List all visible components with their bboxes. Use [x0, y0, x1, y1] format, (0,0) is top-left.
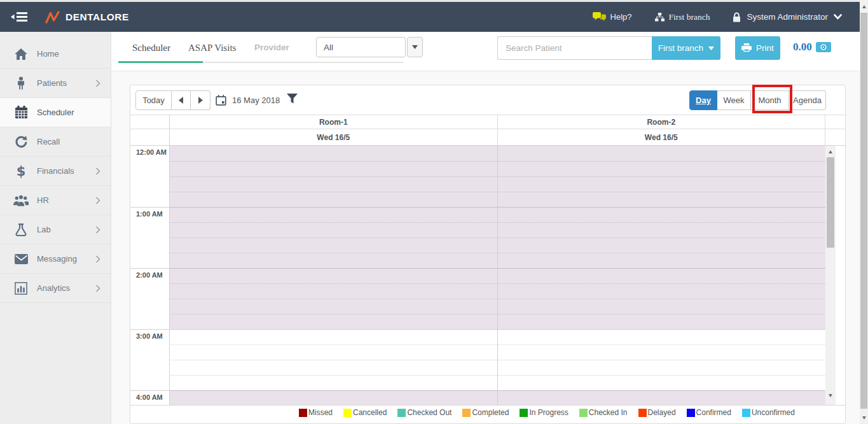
tab-asap-visits[interactable]: ASAP Visits: [188, 43, 236, 53]
page-scroll-up-button[interactable]: [860, 1, 868, 11]
status-color-swatch: [638, 409, 647, 417]
sidebar-item-financials[interactable]: $ Financials: [0, 157, 111, 186]
scroll-up-button[interactable]: [825, 147, 836, 156]
filter-button[interactable]: [287, 94, 298, 106]
branch-select-button[interactable]: First branch: [652, 36, 720, 60]
time-slot[interactable]: [498, 299, 825, 314]
financials-icon: $: [13, 164, 29, 178]
view-month-button[interactable]: Month: [751, 90, 789, 110]
time-slot[interactable]: [170, 329, 497, 344]
time-slot[interactable]: [170, 268, 497, 283]
today-button[interactable]: Today: [135, 90, 172, 110]
page-scrollbar[interactable]: [860, 0, 868, 424]
sidebar-collapse-button[interactable]: [11, 11, 28, 22]
time-slot[interactable]: [498, 268, 825, 283]
time-label-cell: 4:00 AM: [130, 390, 169, 406]
scroll-down-button[interactable]: [825, 391, 836, 400]
status-color-swatch: [462, 409, 471, 417]
time-label-cell: 3:00 AM: [130, 329, 169, 390]
time-slot[interactable]: [498, 329, 825, 344]
sidebar-item-home[interactable]: Home: [0, 39, 111, 69]
view-week-button[interactable]: Week: [717, 90, 751, 110]
sidebar-item-hr[interactable]: HR: [0, 186, 111, 215]
calendar-toolbar: Today: [130, 85, 845, 115]
calendar-scrollbar[interactable]: [825, 146, 836, 405]
time-slot[interactable]: [498, 222, 825, 237]
help-link[interactable]: Help?: [593, 12, 632, 22]
date-picker[interactable]: 16 May 2018: [216, 90, 280, 110]
time-slot[interactable]: [170, 299, 497, 314]
time-slot[interactable]: [170, 344, 497, 360]
time-slot[interactable]: [170, 283, 497, 299]
messaging-icon: [13, 254, 29, 264]
status-color-swatch: [299, 409, 307, 417]
legend-item-in-progress: In Progress: [520, 408, 568, 417]
provider-filter-caret-button[interactable]: [407, 37, 423, 57]
sidebar-item-scheduler[interactable]: Scheduler: [0, 98, 111, 127]
next-day-button[interactable]: [191, 90, 210, 110]
time-slot[interactable]: [498, 253, 825, 268]
time-slot[interactable]: [170, 360, 497, 375]
search-patient-input[interactable]: [497, 36, 652, 60]
time-slot[interactable]: [170, 237, 497, 253]
time-slot[interactable]: [498, 283, 825, 299]
svg-text:$: $: [17, 164, 25, 178]
current-date-label: 16 May 2018: [232, 95, 280, 105]
provider-filter-value: All: [324, 43, 333, 52]
time-slot[interactable]: [170, 207, 497, 222]
day-header-row: Wed 16/5 Wed 16/5: [130, 129, 845, 146]
time-slot[interactable]: [498, 207, 825, 222]
sitemap-icon: [655, 13, 665, 22]
time-slot[interactable]: [498, 146, 825, 161]
time-slot[interactable]: [498, 314, 825, 329]
provider-filter-select[interactable]: All: [316, 37, 406, 57]
time-slot[interactable]: [498, 161, 825, 176]
scheduler-icon: [13, 106, 29, 119]
time-slot[interactable]: [498, 360, 825, 375]
time-slot[interactable]: [170, 222, 497, 237]
status-color-swatch: [687, 409, 695, 417]
time-slot[interactable]: [170, 314, 497, 329]
view-day-button[interactable]: Day: [689, 90, 717, 110]
time-slot[interactable]: [498, 375, 825, 390]
sidebar-item-messaging[interactable]: Messaging: [0, 244, 111, 274]
time-slot[interactable]: [170, 146, 497, 161]
time-slot[interactable]: [170, 390, 497, 406]
page-scroll-down-button[interactable]: [860, 413, 868, 423]
sidebar-item-recall[interactable]: Recall: [0, 127, 111, 157]
chevron-right-icon: [95, 255, 100, 263]
legend-item-missed: Missed: [299, 408, 333, 417]
tab-provider[interactable]: Provider: [254, 43, 289, 52]
sidebar-item-analytics[interactable]: Analytics: [0, 274, 111, 303]
sidebar: Home Patients: [0, 32, 111, 424]
scrollbar-thumb[interactable]: [827, 157, 834, 248]
time-slot[interactable]: [498, 237, 825, 253]
recall-icon: [13, 136, 29, 148]
time-slot[interactable]: [170, 161, 497, 176]
print-button-label: Print: [756, 43, 774, 53]
day-header-room-1: Wed 16/5: [170, 129, 498, 145]
legend-item-confirmed: Confirmed: [687, 408, 731, 417]
time-slot[interactable]: [498, 390, 825, 406]
user-menu[interactable]: System Administrator: [733, 12, 842, 22]
scheduler-content: Today: [111, 71, 860, 424]
previous-day-button[interactable]: [172, 90, 191, 110]
status-color-swatch: [343, 409, 352, 417]
time-slot[interactable]: [170, 176, 497, 192]
time-slot[interactable]: [170, 192, 497, 207]
time-slot[interactable]: [498, 176, 825, 192]
print-button[interactable]: Print: [735, 36, 780, 60]
status-color-swatch: [742, 409, 750, 417]
page-scrollbar-thumb[interactable]: [860, 13, 867, 409]
sidebar-item-lab[interactable]: Lab: [0, 215, 111, 244]
caret-down-icon: [708, 46, 714, 50]
sidebar-item-patients[interactable]: Patients: [0, 69, 111, 98]
time-slot[interactable]: [170, 375, 497, 390]
time-slot[interactable]: [170, 253, 497, 268]
tab-scheduler[interactable]: Scheduler: [132, 43, 170, 53]
view-agenda-button[interactable]: Agenda: [789, 90, 826, 110]
time-slot[interactable]: [498, 344, 825, 360]
time-slot[interactable]: [498, 192, 825, 207]
branch-indicator[interactable]: First branch: [655, 12, 710, 22]
printer-icon: [741, 43, 752, 53]
